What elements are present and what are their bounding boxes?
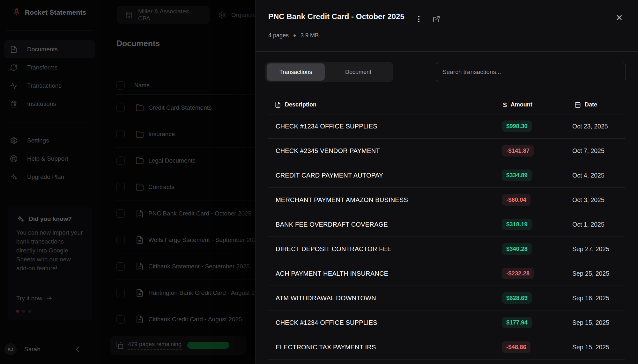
transaction-description: DIRECT DEPOSIT CONTRACTOR FEE bbox=[276, 245, 392, 253]
file-size: 3.9 MB bbox=[300, 32, 319, 39]
transaction-row[interactable]: BANK FEE OVERDRAFT COVERAGE$318.19Oct 1,… bbox=[268, 212, 625, 237]
transaction-description: ELECTRONIC TAX PAYMENT IRS bbox=[276, 344, 376, 351]
transaction-description: BANK FEE OVERDRAFT COVERAGE bbox=[276, 221, 388, 228]
modal-tabs: Transactions Document bbox=[265, 62, 393, 82]
amount-badge: -$60.04 bbox=[502, 194, 530, 206]
tab-transactions[interactable]: Transactions bbox=[267, 63, 325, 81]
transaction-amount-cell: $628.69 bbox=[502, 292, 532, 304]
amount-badge: $318.19 bbox=[502, 219, 532, 230]
transaction-row[interactable]: ATM WITHDRAWAL DOWNTOWN$628.69Sep 16, 20… bbox=[268, 286, 625, 310]
date-column-header: Date bbox=[575, 101, 597, 108]
date-header-label: Date bbox=[585, 101, 597, 108]
transaction-date: Sep 16, 2025 bbox=[572, 295, 609, 302]
transaction-row[interactable]: CREDIT CARD PAYMENT AUTOPAY$334.89Oct 4,… bbox=[268, 163, 625, 188]
transaction-row[interactable]: ACH PAYMENT HEALTH INSURANCE-$232.28Sep … bbox=[268, 261, 625, 286]
transaction-row[interactable]: DIRECT DEPOSIT CONTRACTOR FEE$340.28Sep … bbox=[268, 237, 625, 261]
transaction-amount-cell: -$232.28 bbox=[502, 268, 534, 279]
transaction-amount-cell: $334.89 bbox=[502, 170, 532, 181]
transaction-row[interactable]: CHECK #1234 OFFICE SUPPLIES$177.94Sep 15… bbox=[268, 310, 625, 335]
amount-badge: -$141.87 bbox=[502, 145, 534, 157]
calendar-icon bbox=[575, 101, 581, 108]
amount-header-label: Amount bbox=[511, 101, 532, 108]
transaction-amount-cell: -$141.87 bbox=[502, 145, 534, 157]
description-column-header: Description bbox=[275, 101, 316, 108]
meta-separator-dot bbox=[293, 34, 296, 37]
transaction-description: CHECK #1234 OFFICE SUPPLIES bbox=[276, 123, 377, 130]
search-input[interactable] bbox=[436, 69, 626, 76]
transaction-description: MERCHANT PAYMENT AMAZON BUSINESS bbox=[276, 196, 408, 204]
amount-badge: $998.30 bbox=[502, 120, 532, 132]
transaction-amount-cell: $318.19 bbox=[502, 219, 532, 230]
transaction-date: Oct 1, 2025 bbox=[572, 221, 605, 228]
open-external-button[interactable] bbox=[433, 15, 440, 23]
transactions-table-header: Description $ Amount Date bbox=[268, 95, 625, 114]
tab-document[interactable]: Document bbox=[325, 63, 392, 81]
more-options-button[interactable] bbox=[413, 14, 424, 25]
file-text-icon bbox=[275, 101, 281, 108]
transaction-amount-cell: $340.28 bbox=[502, 243, 532, 255]
transaction-date: Oct 7, 2025 bbox=[572, 147, 605, 155]
transaction-date: Oct 3, 2025 bbox=[572, 196, 605, 204]
transaction-amount-cell: $177.94 bbox=[502, 317, 532, 328]
transaction-date: Sep 27, 2025 bbox=[572, 245, 609, 253]
description-header-label: Description bbox=[285, 101, 316, 108]
amount-badge: $177.94 bbox=[502, 317, 532, 328]
transaction-date: Oct 23, 2025 bbox=[572, 123, 608, 130]
transaction-date: Oct 4, 2025 bbox=[572, 172, 605, 179]
amount-badge: -$232.28 bbox=[502, 268, 534, 279]
transaction-date: Sep 15, 2025 bbox=[572, 344, 609, 351]
app-root: Rocket Statements DocumentsTransformsTra… bbox=[0, 0, 638, 364]
page-count: 4 pages bbox=[268, 32, 289, 39]
transaction-row[interactable]: CHECK #2345 VENDOR PAYMENT-$141.87Oct 7,… bbox=[268, 139, 625, 163]
transaction-amount-cell: -$48.86 bbox=[502, 341, 530, 353]
transaction-date: Sep 15, 2025 bbox=[572, 319, 609, 326]
transaction-description: CHECK #2345 VENDOR PAYMENT bbox=[276, 147, 380, 155]
amount-column-header: $ Amount bbox=[503, 101, 532, 108]
transactions-table-body: CHECK #1234 OFFICE SUPPLIES$998.30Oct 23… bbox=[268, 114, 625, 360]
amount-badge: -$48.86 bbox=[502, 341, 530, 353]
document-detail-modal: PNC Bank Credit Card - October 2025 4 pa… bbox=[255, 0, 638, 364]
transaction-amount-cell: $998.30 bbox=[502, 120, 532, 132]
transaction-row[interactable]: ELECTRONIC TAX PAYMENT IRS-$48.86Sep 15,… bbox=[268, 335, 625, 360]
transaction-description: CREDIT CARD PAYMENT AUTOPAY bbox=[276, 172, 383, 179]
transaction-description: ATM WITHDRAWAL DOWNTOWN bbox=[276, 295, 376, 302]
search-box bbox=[436, 62, 626, 82]
modal-title: PNC Bank Credit Card - October 2025 bbox=[268, 12, 404, 21]
amount-badge: $334.89 bbox=[502, 170, 532, 181]
transaction-description: ACH PAYMENT HEALTH INSURANCE bbox=[276, 270, 388, 277]
close-icon[interactable] bbox=[615, 13, 623, 22]
transaction-row[interactable]: CHECK #1234 OFFICE SUPPLIES$998.30Oct 23… bbox=[268, 114, 625, 139]
transaction-date: Sep 25, 2025 bbox=[572, 270, 609, 277]
transaction-description: CHECK #1234 OFFICE SUPPLIES bbox=[276, 319, 377, 326]
amount-badge: $628.69 bbox=[502, 292, 532, 304]
amount-badge: $340.28 bbox=[502, 243, 532, 255]
dollar-icon: $ bbox=[503, 101, 507, 108]
document-meta: 4 pages 3.9 MB bbox=[268, 32, 319, 39]
transaction-row[interactable]: MERCHANT PAYMENT AMAZON BUSINESS-$60.04O… bbox=[268, 188, 625, 212]
transaction-amount-cell: -$60.04 bbox=[502, 194, 530, 206]
modal-header-divider bbox=[256, 51, 638, 52]
